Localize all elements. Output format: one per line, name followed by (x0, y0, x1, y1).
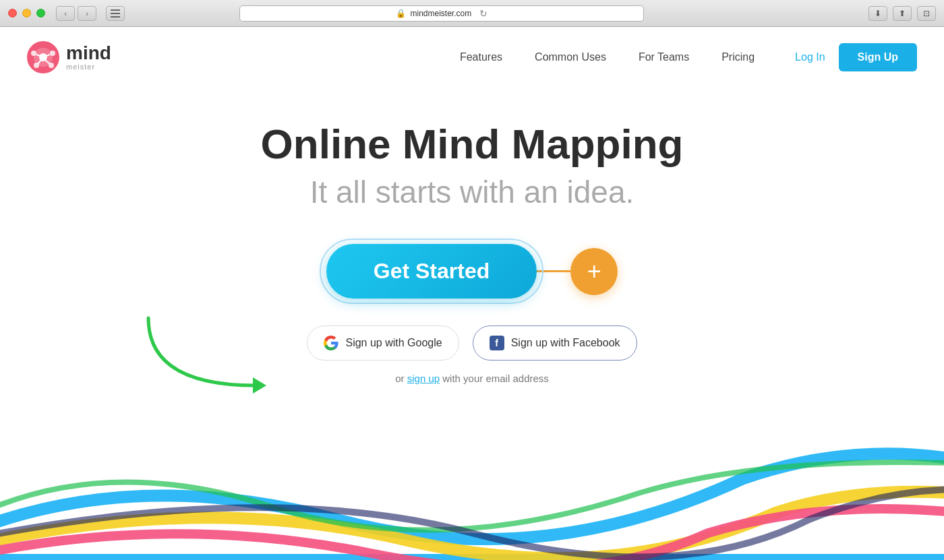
lock-icon: 🔒 (396, 9, 406, 18)
google-signup-label: Sign up with Google (345, 337, 442, 349)
hero-subtitle: It all starts with an idea. (0, 174, 944, 210)
get-started-wrapper: Get Started (326, 244, 537, 299)
facebook-icon: f (490, 336, 504, 350)
url-text: mindmeister.com (410, 9, 471, 18)
nav-common-uses[interactable]: Common Uses (535, 51, 606, 63)
svg-point-6 (31, 51, 36, 56)
back-button[interactable]: ‹ (56, 6, 75, 21)
email-signup-link[interactable]: sign up (407, 373, 440, 384)
plus-icon: + (587, 257, 601, 286)
nav-pricing[interactable]: Pricing (721, 51, 755, 63)
email-prefix: or (395, 373, 407, 384)
hero-title: Online Mind Mapping (0, 121, 944, 167)
hero-section: Online Mind Mapping It all starts with a… (0, 88, 944, 384)
nav-features[interactable]: Features (460, 51, 502, 63)
signup-button[interactable]: Sign Up (839, 43, 917, 71)
facebook-signup-label: Sign up with Facebook (511, 337, 620, 349)
green-arrow-decoration (135, 305, 290, 412)
nav-actions: Log In Sign Up (795, 43, 917, 71)
get-started-button[interactable]: Get Started (326, 244, 537, 299)
logo-text: mind meister (66, 44, 111, 71)
svg-rect-1 (111, 13, 120, 14)
svg-rect-2 (111, 16, 120, 18)
download-button[interactable]: ⬇ (868, 6, 887, 21)
maximize-button[interactable] (36, 9, 45, 18)
email-suffix: with your email address (440, 373, 549, 384)
forward-button[interactable]: › (78, 6, 96, 21)
google-icon (324, 336, 338, 350)
nav-for-teams[interactable]: For Teams (639, 51, 689, 63)
window-chrome: ‹ › 🔒 mindmeister.com ↻ ⬇ ⬆ ⊡ (0, 0, 944, 27)
svg-rect-0 (111, 9, 120, 11)
svg-point-7 (50, 51, 55, 56)
sidebar-toggle-button[interactable] (106, 6, 125, 21)
site-content: mind meister Features Common Uses For Te… (0, 27, 944, 560)
logo-mind-text: mind (66, 44, 111, 63)
navbar: mind meister Features Common Uses For Te… (0, 27, 944, 88)
login-button[interactable]: Log In (795, 51, 825, 63)
reload-icon[interactable]: ↻ (479, 8, 488, 19)
close-button[interactable] (8, 9, 17, 18)
signup-facebook-button[interactable]: f Sign up with Facebook (473, 325, 637, 361)
plus-button[interactable]: + (570, 248, 618, 295)
logo-meister-text: meister (66, 63, 111, 71)
waves-decoration (0, 412, 944, 560)
nav-links: Features Common Uses For Teams Pricing (460, 51, 755, 63)
cta-container: Get Started + (0, 244, 944, 299)
logo-area[interactable]: mind meister (27, 41, 111, 73)
share-button[interactable]: ⬆ (893, 6, 912, 21)
logo-icon (27, 41, 59, 73)
url-bar[interactable]: 🔒 mindmeister.com ↻ (239, 5, 644, 22)
signup-google-button[interactable]: Sign up with Google (307, 325, 459, 361)
fullscreen-button[interactable]: ⊡ (917, 6, 936, 21)
svg-marker-14 (253, 377, 266, 394)
minimize-button[interactable] (22, 9, 31, 18)
